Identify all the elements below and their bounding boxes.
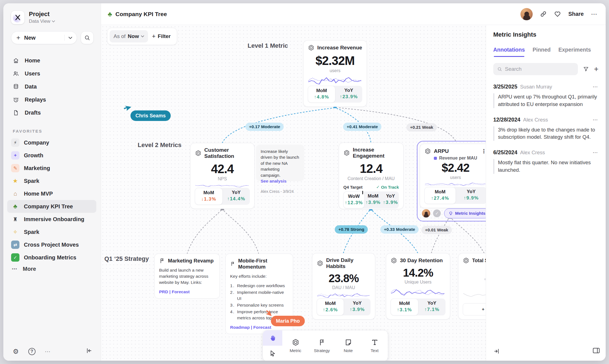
metric-card-arpu[interactable]: ARPU⋮ Revenue per MAU $2.42 users MoM↑27…	[420, 144, 486, 208]
user-avatar[interactable]	[520, 8, 533, 20]
toggle-panel-icon[interactable]	[593, 348, 600, 353]
sidebar-item-more[interactable]: ⋯ More	[12, 266, 101, 272]
metric-card-customer-satisfaction[interactable]: Customer Satisfaction 42.4 NPS MoM↓1.3% …	[190, 143, 255, 209]
stat-yoy[interactable]: YoY↑14.4%	[223, 188, 250, 205]
level-1-label: Level 1 Metric	[248, 42, 288, 49]
see-analysis-link[interactable]: See analysis	[261, 178, 300, 184]
as-of-selector[interactable]: As of Now	[110, 30, 148, 42]
edge-correlation-badge[interactable]: +0.33 Moderate	[380, 225, 419, 234]
sidebar-item-cross-project-moves[interactable]: ⇄Cross Project Moves	[7, 238, 96, 251]
sidebar-item-growth[interactable]: ✦Growth	[7, 149, 96, 162]
annotations-search[interactable]	[493, 63, 578, 75]
sidebar-item-drafts[interactable]: Drafts	[3, 106, 101, 119]
stat-yoy[interactable]: YoY↑7.1%	[418, 299, 446, 315]
expand-panel-icon[interactable]	[493, 348, 500, 356]
new-button[interactable]: + New	[11, 31, 77, 44]
search-input[interactable]	[505, 66, 574, 72]
tab-pinned[interactable]: Pinned	[533, 47, 551, 57]
sidebar-item-immersive-onboarding[interactable]: ♜Immersive Onboarding	[7, 213, 96, 226]
annotation-item[interactable]: 12/28/2024 Alex Cress ⋯ 3% drop likely d…	[493, 117, 598, 141]
metric-tool-button[interactable]: Metric	[282, 330, 309, 361]
tab-annotations[interactable]: Annotations	[493, 47, 525, 57]
sidebar-item-onboarding-metrics[interactable]: ✓Onboarding Metrics	[7, 251, 96, 264]
tool-label: Text	[371, 348, 378, 353]
metric-card-arpu-selected[interactable]: ARPU⋮ Revenue per MAU $2.42 users MoM↑27…	[417, 141, 486, 221]
add-annotation-icon[interactable]: +	[594, 65, 598, 73]
edge-correlation-badge[interactable]: +0.21 Weak	[406, 123, 437, 132]
chevron-down-icon[interactable]	[69, 37, 72, 39]
share-button[interactable]: Share	[568, 11, 584, 17]
stat-mom[interactable]: MoM↑3.9%	[364, 191, 382, 208]
note-author: Alex Cress - 3/9/24	[261, 189, 300, 194]
stat-mom[interactable]: MoM↑3.1%	[391, 299, 418, 315]
sidebar-item-company[interactable]: ⚡Company	[7, 136, 96, 149]
strategy-card-marketing-revamp[interactable]: Marketing Revamp Build and launch a new …	[154, 254, 220, 299]
annotation-item[interactable]: 6/25/2024 Alex Cress ⋯ Mostly flat this …	[493, 149, 598, 174]
stat-mom[interactable]: MoM↑4.8%	[308, 86, 335, 103]
help-icon[interactable]: ?	[28, 348, 36, 355]
text-tool-button[interactable]: Text	[361, 330, 388, 361]
cursor-name-badge: Maria Pho	[271, 316, 305, 326]
stat-yoy[interactable]: YoY↑3.9%	[382, 191, 399, 208]
stat-wow[interactable]: WoW↑12.3%	[343, 191, 364, 208]
canvas-note[interactable]: Increase likely driven by the launch of …	[256, 145, 304, 180]
metric-card-drive-daily-habbits[interactable]: Drive Daily Habbits 23.8% DAU / MAU MoM↑…	[312, 253, 375, 320]
metric-unit: Unique Users	[391, 280, 446, 285]
tab-experiments[interactable]: Experiments	[558, 47, 591, 57]
main-column: ♣ Company KPI Tree Share ⋯	[101, 3, 606, 361]
sidebar-item-data[interactable]: Data	[3, 80, 101, 93]
metric-insights-button[interactable]: Metric Insights	[444, 208, 486, 218]
edge-correlation-badge[interactable]: +0.41 Moderate	[343, 123, 381, 131]
edge-correlation-badge[interactable]: +0.01 Weak	[421, 226, 452, 234]
stat-mom[interactable]: MoM↑2.6%	[317, 299, 344, 315]
edge-correlation-badge[interactable]: +0.78 Strong	[335, 225, 368, 234]
stat-yoy[interactable]: YoY↑23.9%	[335, 86, 362, 103]
sidebar-item-company-kpi-tree[interactable]: ♣Company KPI Tree	[7, 200, 96, 213]
sidebar-item-spark[interactable]: ★Spark	[7, 175, 96, 187]
copy-link-icon[interactable]	[540, 11, 547, 17]
edge-correlation-badge[interactable]: +0.17 Moderate	[245, 123, 284, 131]
favorite-heart-icon[interactable]	[554, 11, 561, 17]
select-tool-button[interactable]	[263, 346, 282, 361]
metric-card-total-subscriptions[interactable]: Total Subscript + Connec	[458, 253, 486, 320]
annotation-menu-icon[interactable]: ⋯	[593, 149, 598, 156]
annotation-menu-icon[interactable]: ⋯	[593, 117, 598, 123]
metric-title: Increase Engagement	[353, 147, 399, 159]
kpi-tree-canvas[interactable]: As of Now + Filter Level 1 Metric Level …	[101, 25, 486, 361]
sidebar-item-marketing[interactable]: ✎Marketing	[7, 162, 96, 175]
annotation-menu-icon[interactable]: ⋯	[593, 84, 598, 90]
sidebar-item-users[interactable]: Users	[3, 67, 101, 80]
gear-icon[interactable]: ⚙	[13, 348, 19, 355]
metric-card-increase-engagement[interactable]: Increase Engagement 12.4 Content Creatio…	[339, 143, 404, 209]
bolt-icon: ⚡	[11, 138, 19, 147]
favorite-label: Cross Project Moves	[24, 242, 79, 248]
sidebar-item-spark-2[interactable]: ✧Spark	[7, 226, 96, 238]
project-switcher[interactable]: Project Data View	[3, 3, 101, 24]
kebab-menu-icon[interactable]: ⋮	[481, 148, 486, 155]
connect-metric-button[interactable]: + Connec	[463, 303, 486, 315]
project-view-selector[interactable]: Data View	[29, 19, 55, 24]
strategy-links[interactable]: PRD | Forecast	[159, 289, 215, 294]
note-tool-button[interactable]: Note	[335, 330, 361, 361]
rocket-icon: ✦	[11, 151, 19, 160]
stat-mom[interactable]: MoM↑27.4%	[424, 187, 456, 204]
hand-tool-button[interactable]	[263, 330, 282, 346]
home-icon	[13, 57, 19, 64]
annotation-item[interactable]: 3/25/2025 Susan Murray ⋯ ARPU went up 7%…	[493, 84, 598, 108]
metric-card-30-day-retention[interactable]: 30 Day Retention 14.2% Unique Users MoM↑…	[386, 253, 450, 320]
overflow-menu-icon[interactable]: ⋯	[591, 11, 597, 18]
more-icon[interactable]: ⋯	[45, 348, 51, 355]
add-filter-button[interactable]: + Filter	[152, 33, 174, 40]
metric-card-increase-revenue[interactable]: Increase Revenue $2.32M users MoM↑4.8% Y…	[303, 40, 367, 107]
sidebar-item-replays[interactable]: Replays	[3, 93, 101, 106]
sparkline-chart	[308, 75, 362, 86]
sidebar-item-home-mvp[interactable]: ⌂Home MVP	[7, 187, 96, 200]
sidebar-item-home[interactable]: Home	[3, 54, 101, 67]
filter-funnel-icon[interactable]	[583, 66, 589, 72]
stat-mom[interactable]: MoM↓1.3%	[195, 188, 223, 205]
stat-yoy[interactable]: YoY↑3.9%	[344, 299, 371, 315]
collapse-sidebar-icon[interactable]	[86, 347, 92, 355]
search-button[interactable]	[81, 31, 94, 44]
strategy-tool-button[interactable]: Strategy	[309, 330, 335, 361]
stat-yoy[interactable]: YoY↑9.9%	[456, 187, 486, 204]
